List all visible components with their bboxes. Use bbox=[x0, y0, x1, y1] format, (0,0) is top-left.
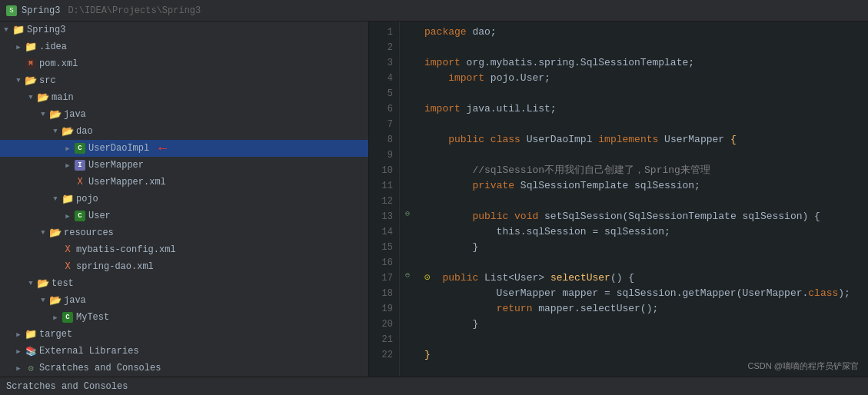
icon-User: C bbox=[74, 210, 86, 222]
tree-item-target[interactable]: ▶📁target bbox=[0, 326, 368, 343]
arrow-scratches: ▶ bbox=[12, 362, 25, 374]
line-number-9: 9 bbox=[369, 148, 399, 163]
tree-item-UserDaoImpl[interactable]: ▶CUserDaoImpl← bbox=[0, 140, 368, 157]
project-icon: S bbox=[6, 5, 17, 16]
icon-mybatisConfig: X bbox=[62, 244, 74, 256]
gutter-line-6 bbox=[400, 98, 415, 114]
arrow-User: ▶ bbox=[62, 210, 74, 222]
code-line-2 bbox=[424, 40, 859, 55]
icon-UserMapperXml: X bbox=[74, 176, 86, 188]
line-number-10: 10 bbox=[369, 163, 399, 178]
code-content[interactable]: package dao; import org.mybatis.spring.S… bbox=[415, 22, 868, 377]
label-UserMapperXml: UserMapper.xml bbox=[88, 177, 166, 188]
icon-spring3-root: 📁 bbox=[12, 24, 25, 36]
code-line-5 bbox=[424, 86, 859, 101]
arrow-src: ▼ bbox=[12, 75, 25, 87]
code-line-6: import java.util.List; bbox=[424, 101, 859, 117]
bottom-panel-label: Scratches and Consoles bbox=[6, 381, 128, 392]
gutter-line-13: ⊖ bbox=[400, 206, 415, 221]
tree-item-resources[interactable]: ▼📂resources bbox=[0, 224, 368, 241]
arrow-java: ▼ bbox=[37, 108, 49, 121]
annotation-arrow: ← bbox=[158, 141, 167, 156]
tree-item-test[interactable]: ▼📂test bbox=[0, 275, 368, 292]
line-number-3: 3 bbox=[369, 55, 399, 71]
label-mybatisConfig: mybatis-config.xml bbox=[76, 244, 176, 255]
tree-item-testjava[interactable]: ▼📂java bbox=[0, 292, 368, 309]
gutter-line-4 bbox=[400, 68, 415, 83]
label-User: User bbox=[88, 211, 111, 221]
gutter-line-3 bbox=[400, 52, 415, 68]
tree-item-dao[interactable]: ▼📂dao bbox=[0, 123, 368, 140]
label-scratches: Scratches and Consoles bbox=[39, 363, 161, 373]
gutter: ⊖⊖ bbox=[400, 22, 415, 377]
icon-resources: 📂 bbox=[49, 227, 62, 239]
icon-pom: M bbox=[25, 58, 37, 70]
gutter-line-9 bbox=[400, 144, 415, 160]
tree-item-UserMapper[interactable]: ▶IUserMapper bbox=[0, 157, 368, 174]
tree-item-extLibraries[interactable]: ▶📚External Libraries bbox=[0, 343, 368, 360]
tree-item-src[interactable]: ▼📂src bbox=[0, 72, 368, 89]
label-UserDaoImpl: UserDaoImpl bbox=[88, 143, 149, 154]
tree-item-pom[interactable]: Mpom.xml bbox=[0, 55, 368, 72]
line-numbers: 12345678910111213141516171819202122 bbox=[369, 22, 400, 377]
arrow-UserDaoImpl: ▶ bbox=[62, 142, 74, 154]
tree-item-scratches[interactable]: ▶⚙Scratches and Consoles bbox=[0, 360, 368, 377]
gutter-line-8 bbox=[400, 129, 415, 144]
watermark: CSDN @嘀嘀的程序员铲屎官 bbox=[748, 360, 859, 372]
tree-item-idea[interactable]: ▶📁.idea bbox=[0, 38, 368, 55]
code-line-9 bbox=[424, 148, 859, 163]
line-number-18: 18 bbox=[369, 286, 399, 301]
icon-src: 📂 bbox=[25, 75, 37, 87]
project-tree[interactable]: ▼📁Spring3▶📁.ideaMpom.xml▼📂src▼📂main▼📂jav… bbox=[0, 22, 369, 377]
icon-UserDaoImpl: C bbox=[74, 142, 86, 154]
tree-item-MyTest[interactable]: ▶CMyTest bbox=[0, 309, 368, 326]
gutter-line-12 bbox=[400, 191, 415, 206]
icon-test: 📂 bbox=[37, 277, 49, 290]
gutter-line-21 bbox=[400, 329, 415, 344]
icon-target: 📁 bbox=[25, 328, 37, 340]
gutter-line-19 bbox=[400, 298, 415, 314]
code-line-19: return mapper.selectUser(); bbox=[424, 301, 859, 317]
arrow-dao: ▼ bbox=[49, 125, 62, 138]
code-line-12 bbox=[424, 194, 859, 209]
label-testjava: java bbox=[64, 295, 86, 306]
tree-item-springDao[interactable]: Xspring-dao.xml bbox=[0, 258, 368, 275]
line-number-4: 4 bbox=[369, 71, 399, 86]
line-number-13: 13 bbox=[369, 209, 399, 224]
tree-item-main[interactable]: ▼📂main bbox=[0, 89, 368, 106]
tree-item-spring3-root[interactable]: ▼📁Spring3 bbox=[0, 22, 368, 38]
line-number-15: 15 bbox=[369, 240, 399, 255]
title-bar-path: D:\IDEA\Projects\Spring3 bbox=[68, 5, 201, 16]
gutter-line-5 bbox=[400, 83, 415, 98]
code-line-20: } bbox=[424, 317, 859, 332]
code-line-18: UserMapper mapper = sqlSession.getMapper… bbox=[424, 286, 859, 301]
line-number-22: 22 bbox=[369, 347, 399, 363]
tree-item-UserMapperXml[interactable]: XUserMapper.xml bbox=[0, 174, 368, 191]
label-resources: resources bbox=[64, 227, 114, 238]
arrow-pojo: ▼ bbox=[49, 193, 62, 205]
tree-item-mybatisConfig[interactable]: Xmybatis-config.xml bbox=[0, 241, 368, 258]
code-line-7 bbox=[424, 117, 859, 132]
code-editor[interactable]: 12345678910111213141516171819202122 ⊖⊖ p… bbox=[369, 22, 868, 377]
tree-item-java[interactable]: ▼📂java bbox=[0, 106, 368, 123]
label-target: target bbox=[39, 329, 72, 340]
title-bar-text: Spring3 bbox=[22, 5, 60, 16]
label-test: test bbox=[52, 278, 74, 289]
arrow-main: ▼ bbox=[25, 91, 37, 104]
tree-item-pojo[interactable]: ▼📁pojo bbox=[0, 191, 368, 207]
arrow-springDao bbox=[49, 261, 62, 273]
arrow-spring3-root: ▼ bbox=[0, 24, 12, 36]
line-number-21: 21 bbox=[369, 332, 399, 347]
arrow-resources: ▼ bbox=[37, 227, 49, 239]
line-number-19: 19 bbox=[369, 301, 399, 317]
line-number-17: 17 bbox=[369, 271, 399, 286]
tree-item-User[interactable]: ▶CUser bbox=[0, 207, 368, 224]
label-UserMapper: UserMapper bbox=[88, 160, 144, 171]
arrow-extLibraries: ▶ bbox=[12, 345, 25, 357]
title-bar: S Spring3 D:\IDEA\Projects\Spring3 bbox=[0, 0, 868, 22]
gutter-line-16 bbox=[400, 252, 415, 267]
gutter-line-22 bbox=[400, 344, 415, 360]
icon-idea: 📁 bbox=[25, 41, 37, 53]
label-extLibraries: External Libraries bbox=[39, 346, 139, 357]
gutter-line-10 bbox=[400, 160, 415, 175]
